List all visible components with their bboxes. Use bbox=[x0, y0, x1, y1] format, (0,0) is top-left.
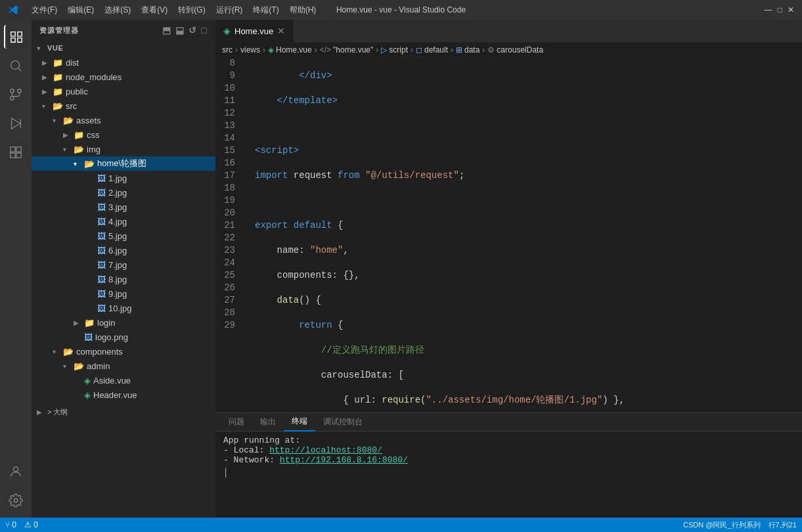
status-errors[interactable]: ⚠ 0 bbox=[24, 520, 38, 529]
terminal-line2: - Local: http://localhost:8080/ bbox=[223, 445, 794, 455]
svg-rect-9 bbox=[16, 147, 21, 152]
tree-item-img[interactable]: ▾ 📂 img bbox=[32, 142, 215, 156]
image-file-icon: 🖼 bbox=[97, 217, 106, 227]
panel-tab-output[interactable]: 输出 bbox=[252, 413, 284, 432]
breadcrumb-item-homevue[interactable]: ◈ Home.vue bbox=[268, 45, 312, 55]
panel-tab-terminal[interactable]: 终端 bbox=[284, 413, 315, 432]
panel-tabs: 问题 输出 终端 调试控制台 bbox=[215, 413, 802, 432]
tree-section-outline[interactable]: ▶ > 大纲 bbox=[32, 405, 215, 419]
menu-terminal[interactable]: 终端(T) bbox=[253, 5, 278, 16]
sidebar-title: 资源管理器 bbox=[39, 26, 79, 35]
tree-label: 7.jpg bbox=[108, 260, 127, 270]
activity-account[interactable] bbox=[4, 460, 28, 483]
svg-rect-11 bbox=[16, 153, 21, 158]
breadcrumb-item-string[interactable]: </> "home.vue" bbox=[320, 45, 374, 55]
sidebar-header: 资源管理器 ⬒ ⬓ ↺ □ bbox=[32, 20, 215, 41]
code-editor[interactable]: 8 9 10 11 12 13 14 15 16 17 18 19 20 21 … bbox=[215, 57, 802, 412]
close-button[interactable]: ✕ bbox=[788, 5, 794, 14]
new-file-icon[interactable]: ⬒ bbox=[162, 25, 171, 35]
panel-tab-problems[interactable]: 问题 bbox=[221, 413, 252, 432]
tab-bar: ◈ Home.vue ✕ bbox=[215, 20, 802, 43]
code-content[interactable]: </div> </template> <script> import reque… bbox=[248, 57, 802, 412]
svg-marker-6 bbox=[12, 118, 20, 129]
tree-label: 8.jpg bbox=[108, 275, 127, 284]
image-file-icon: 🖼 bbox=[97, 231, 106, 241]
menu-view[interactable]: 查看(V) bbox=[141, 5, 167, 16]
tree-item-logo[interactable]: 🖼 logo.png bbox=[32, 330, 215, 344]
tree-item-public[interactable]: ▶ 📁 public bbox=[32, 84, 215, 99]
activity-source-control[interactable] bbox=[4, 83, 28, 106]
tree-item-7jpg[interactable]: 🖼 7.jpg bbox=[32, 257, 215, 272]
terminal-line3: - Network: http://192.168.8.16:8080/ bbox=[223, 455, 794, 465]
code-line-13 bbox=[255, 194, 802, 207]
breadcrumb-item-carouseldata[interactable]: ⚙ carouselData bbox=[487, 45, 543, 55]
tree-item-header-vue[interactable]: ◈ Header.vue bbox=[32, 388, 215, 402]
code-line-11: <script> bbox=[255, 144, 802, 157]
panel-content: App running at: - Local: http://localhos… bbox=[215, 432, 802, 518]
panel-tab-debug[interactable]: 调试控制台 bbox=[315, 413, 370, 432]
tree-label: 10.jpg bbox=[108, 303, 131, 313]
tree-item-1jpg[interactable]: 🖼 1.jpg bbox=[32, 171, 215, 185]
menu-edit[interactable]: 编辑(E) bbox=[68, 5, 94, 16]
code-line-14: export default { bbox=[255, 219, 802, 232]
tree-item-login[interactable]: ▶ 📁 login bbox=[32, 315, 215, 330]
line-numbers: 8 9 10 11 12 13 14 15 16 17 18 19 20 21 … bbox=[215, 57, 248, 412]
tree-item-css[interactable]: ▶ 📁 css bbox=[32, 127, 215, 142]
tree-label: home\轮播图 bbox=[97, 158, 146, 169]
tree-item-home-carousel[interactable]: ▾ 📂 home\轮播图 bbox=[32, 156, 215, 171]
terminal-network-url[interactable]: http://192.168.8.16:8080/ bbox=[280, 455, 408, 465]
image-file-icon: 🖼 bbox=[97, 275, 106, 284]
tree-label: Aside.vue bbox=[93, 376, 131, 386]
tree-item-8jpg[interactable]: 🖼 8.jpg bbox=[32, 272, 215, 286]
tree-item-assets[interactable]: ▾ 📂 assets bbox=[32, 113, 215, 127]
status-branch[interactable]: ⑂ 0 bbox=[5, 520, 16, 529]
tree-item-components[interactable]: ▾ 📂 components bbox=[32, 344, 215, 359]
menu-file[interactable]: 文件(F) bbox=[32, 5, 57, 16]
code-line-20: carouselData: [ bbox=[255, 369, 802, 382]
sidebar-header-actions: ⬒ ⬓ ↺ □ bbox=[162, 25, 208, 35]
breadcrumb-item-src[interactable]: src bbox=[222, 45, 233, 55]
tree-item-10jpg[interactable]: 🖼 10.jpg bbox=[32, 301, 215, 315]
collapse-icon[interactable]: □ bbox=[201, 25, 208, 35]
file-tree: ▾ VUE ▶ 📁 dist ▶ 📁 node_modules ▶ 📁 publ… bbox=[32, 41, 215, 518]
activity-search[interactable] bbox=[4, 54, 28, 78]
activity-explorer[interactable] bbox=[4, 25, 28, 49]
panel: 问题 输出 终端 调试控制台 App running at: - Local: … bbox=[215, 412, 802, 518]
terminal-local-url[interactable]: http://localhost:8080/ bbox=[269, 445, 382, 455]
activity-extensions[interactable] bbox=[4, 141, 28, 164]
breadcrumb-item-views[interactable]: views bbox=[240, 45, 260, 55]
image-file-icon: 🖼 bbox=[97, 303, 106, 313]
tree-section-vue[interactable]: ▾ VUE bbox=[32, 41, 215, 55]
breadcrumb-item-script[interactable]: ▷ script bbox=[381, 45, 408, 55]
menu-goto[interactable]: 转到(G) bbox=[178, 5, 205, 16]
breadcrumb-item-default[interactable]: ◻ default bbox=[416, 45, 448, 55]
folder-open-icon: 📂 bbox=[74, 144, 84, 154]
tree-item-dist[interactable]: ▶ 📁 dist bbox=[32, 55, 215, 70]
activity-debug[interactable] bbox=[4, 112, 28, 135]
menu-help[interactable]: 帮助(H) bbox=[290, 5, 317, 16]
tree-item-6jpg[interactable]: 🖼 6.jpg bbox=[32, 243, 215, 257]
activity-settings[interactable] bbox=[4, 489, 28, 512]
tree-item-4jpg[interactable]: 🖼 4.jpg bbox=[32, 214, 215, 229]
tab-close-button[interactable]: ✕ bbox=[277, 26, 285, 36]
tree-item-node_modules[interactable]: ▶ 📁 node_modules bbox=[32, 70, 215, 84]
tab-home-vue[interactable]: ◈ Home.vue ✕ bbox=[215, 20, 294, 43]
menu-run[interactable]: 运行(R) bbox=[216, 5, 243, 16]
folder-icon: 📁 bbox=[53, 58, 63, 68]
breadcrumb-item-data[interactable]: ⊞ data bbox=[456, 45, 479, 55]
tree-item-9jpg[interactable]: 🖼 9.jpg bbox=[32, 286, 215, 301]
tree-label: 9.jpg bbox=[108, 289, 127, 299]
status-position[interactable]: 行7,列21 bbox=[769, 520, 797, 530]
tree-item-5jpg[interactable]: 🖼 5.jpg bbox=[32, 229, 215, 243]
tree-item-admin[interactable]: ▾ 📂 admin bbox=[32, 359, 215, 373]
refresh-icon[interactable]: ↺ bbox=[189, 25, 197, 35]
minimize-button[interactable]: — bbox=[765, 5, 772, 14]
maximize-button[interactable]: □ bbox=[778, 5, 782, 14]
new-folder-icon[interactable]: ⬓ bbox=[175, 25, 185, 35]
menu-select[interactable]: 选择(S) bbox=[104, 5, 131, 16]
tree-item-aside-vue[interactable]: ◈ Aside.vue bbox=[32, 373, 215, 388]
tree-item-src[interactable]: ▾ 📂 src bbox=[32, 99, 215, 113]
tree-item-3jpg[interactable]: 🖼 3.jpg bbox=[32, 200, 215, 214]
tree-item-2jpg[interactable]: 🖼 2.jpg bbox=[32, 185, 215, 200]
tree-label: img bbox=[87, 144, 100, 154]
